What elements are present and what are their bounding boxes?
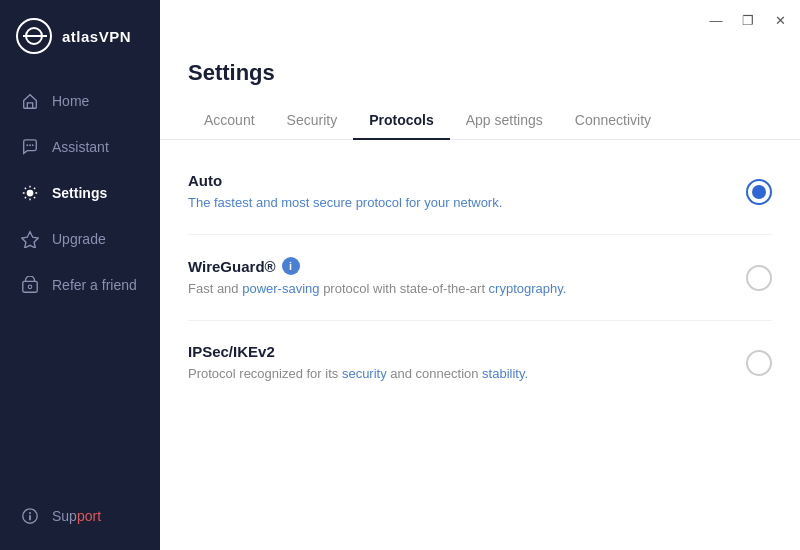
page-title: Settings [188, 60, 772, 86]
home-icon [20, 91, 40, 111]
svg-rect-5 [23, 281, 37, 292]
settings-icon [20, 183, 40, 203]
protocol-radio-ipsec[interactable] [746, 350, 772, 376]
sidebar-item-assistant[interactable]: Assistant [0, 124, 160, 170]
protocol-item-auto[interactable]: Auto The fastest and most secure protoco… [188, 150, 772, 235]
sidebar-item-settings[interactable]: Settings [0, 170, 160, 216]
protocol-info-wireguard: WireGuard® i Fast and power-saving proto… [188, 257, 746, 298]
sidebar-item-home-label: Home [52, 93, 89, 109]
support-item[interactable]: Support [20, 506, 140, 526]
nav-menu: Home Assistant Settings [0, 78, 160, 490]
protocol-desc-wireguard: Fast and power-saving protocol with stat… [188, 280, 746, 298]
titlebar: — ❐ ✕ [160, 0, 800, 40]
sidebar-item-refer[interactable]: Refer a friend [0, 262, 160, 308]
protocol-list: Auto The fastest and most secure protoco… [160, 140, 800, 416]
sidebar-item-assistant-label: Assistant [52, 139, 109, 155]
support-label: Support [52, 508, 101, 524]
svg-point-6 [28, 285, 32, 289]
protocol-info-ipsec: IPSec/IKEv2 Protocol recognized for its … [188, 343, 746, 383]
protocol-item-wireguard[interactable]: WireGuard® i Fast and power-saving proto… [188, 235, 772, 321]
logo-area: atlasVPN [0, 0, 160, 78]
refer-icon [20, 275, 40, 295]
close-button[interactable]: ✕ [772, 12, 788, 28]
protocol-name-auto: Auto [188, 172, 746, 189]
window-controls: — ❐ ✕ [708, 12, 788, 28]
main-content: — ❐ ✕ Settings Account Security Protocol… [160, 0, 800, 550]
sidebar: atlasVPN Home Assistant [0, 0, 160, 550]
tab-connectivity[interactable]: Connectivity [559, 102, 667, 140]
app-name: atlasVPN [62, 28, 131, 45]
protocol-name-wireguard: WireGuard® i [188, 257, 746, 275]
wireguard-info-icon[interactable]: i [282, 257, 300, 275]
sidebar-item-settings-label: Settings [52, 185, 107, 201]
protocol-name-ipsec: IPSec/IKEv2 [188, 343, 746, 360]
svg-point-2 [32, 144, 34, 146]
page-header: Settings [160, 40, 800, 102]
tab-app-settings[interactable]: App settings [450, 102, 559, 140]
upgrade-icon [20, 229, 40, 249]
tab-security[interactable]: Security [271, 102, 354, 140]
logo-icon [16, 18, 52, 54]
tabs-bar: Account Security Protocols App settings … [160, 102, 800, 140]
svg-point-1 [29, 144, 31, 146]
assistant-icon [20, 137, 40, 157]
sidebar-item-home[interactable]: Home [0, 78, 160, 124]
protocol-desc-auto: The fastest and most secure protocol for… [188, 194, 746, 212]
sidebar-item-upgrade-label: Upgrade [52, 231, 106, 247]
svg-point-0 [26, 144, 28, 146]
protocol-info-auto: Auto The fastest and most secure protoco… [188, 172, 746, 212]
svg-point-3 [27, 190, 32, 195]
support-label-highlight: port [77, 508, 101, 524]
sidebar-item-refer-label: Refer a friend [52, 277, 137, 293]
sidebar-item-upgrade[interactable]: Upgrade [0, 216, 160, 262]
svg-marker-4 [22, 232, 38, 248]
minimize-button[interactable]: — [708, 12, 724, 28]
protocol-radio-wireguard[interactable] [746, 265, 772, 291]
maximize-button[interactable]: ❐ [740, 12, 756, 28]
sidebar-bottom: Support [0, 490, 160, 550]
protocol-radio-auto[interactable] [746, 179, 772, 205]
protocol-desc-ipsec: Protocol recognized for its security and… [188, 365, 746, 383]
logo-inner [25, 27, 43, 45]
protocol-item-ipsec[interactable]: IPSec/IKEv2 Protocol recognized for its … [188, 321, 772, 405]
tab-protocols[interactable]: Protocols [353, 102, 450, 140]
support-icon [20, 506, 40, 526]
tab-account[interactable]: Account [188, 102, 271, 140]
